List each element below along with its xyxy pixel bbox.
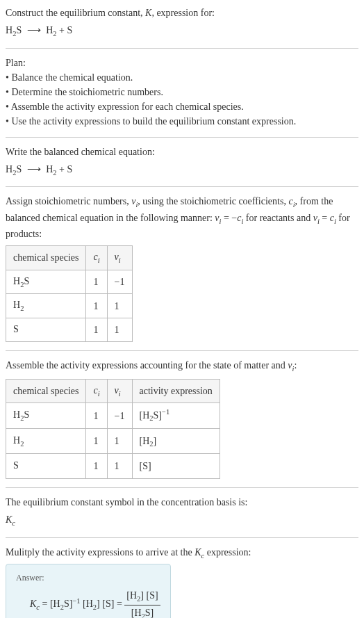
- activity-intro: Assemble the activity expressions accoun…: [6, 358, 358, 375]
- table-header-row: chemical species ci νi: [6, 246, 133, 270]
- cell-nu: 1: [107, 428, 132, 453]
- header-nu: νi: [107, 246, 132, 270]
- header-species: chemical species: [6, 246, 86, 270]
- plus: +: [57, 164, 67, 174]
- stoich-section: Assign stoichiometric numbers, νi, using…: [6, 194, 358, 342]
- cell-c: 1: [86, 403, 107, 428]
- answer-equation: Kc = [H2S]−1 [H2] [S] = [H2] [S][H2S]: [16, 588, 160, 618]
- product2: S: [67, 25, 72, 35]
- cell-species: H2S: [6, 403, 86, 428]
- cell-c: 1: [86, 453, 107, 478]
- multiply-section: Mulitply the activity expressions to arr…: [6, 545, 358, 618]
- table-row: H2 1 1: [6, 294, 133, 318]
- cell-species: H2: [6, 294, 86, 318]
- table-header-row: chemical species ci νi activity expressi…: [6, 379, 220, 403]
- header-nu: νi: [107, 379, 132, 403]
- balanced-equation: H2S ⟶ H2 + S: [6, 162, 358, 179]
- answer-box: Answer: Kc = [H2S]−1 [H2] [S] = [H2] [S]…: [6, 564, 171, 618]
- header-species: chemical species: [6, 379, 86, 403]
- cell-nu: −1: [107, 403, 132, 428]
- eq-symbol: Kc: [6, 512, 358, 529]
- header-activity: activity expression: [132, 379, 220, 403]
- eq-symbol-section: The equilibrium constant symbol in the c…: [6, 495, 358, 529]
- multiply-intro: Mulitply the activity expressions to arr…: [6, 545, 358, 562]
- plan-item: Balance the chemical equation.: [6, 70, 358, 85]
- reaction-equation: H2S ⟶ H2 + S: [6, 23, 358, 40]
- plan-list: Balance the chemical equation. Determine…: [6, 70, 358, 129]
- answer-label: Answer:: [16, 571, 160, 584]
- product2: S: [67, 164, 72, 174]
- product1: H2: [46, 25, 56, 35]
- divider: [6, 350, 358, 351]
- reactant: H2S: [6, 164, 22, 174]
- title-prefix: Construct the equilibrium constant,: [6, 8, 145, 18]
- table-row: S 1 1 [S]: [6, 453, 220, 478]
- divider: [6, 537, 358, 538]
- cell-nu: 1: [107, 318, 132, 342]
- numerator: [H2] [S]: [124, 588, 160, 605]
- eq-symbol-intro: The equilibrium constant symbol in the c…: [6, 495, 358, 510]
- cell-species: S: [6, 318, 86, 342]
- denominator: [H2S]: [124, 605, 160, 618]
- reactant: H2S: [6, 25, 22, 35]
- plan-item: Determine the stoichiometric numbers.: [6, 85, 358, 99]
- plan-section: Plan: Balance the chemical equation. Det…: [6, 56, 358, 129]
- title-suffix: , expression for:: [151, 8, 215, 18]
- divider: [6, 186, 358, 187]
- cell-nu: −1: [107, 270, 132, 294]
- table-row: H2S 1 −1: [6, 270, 133, 294]
- cell-activity: [S]: [132, 453, 220, 478]
- activity-table: chemical species ci νi activity expressi…: [6, 379, 220, 479]
- arrow-icon: ⟶: [27, 162, 41, 177]
- divider: [6, 487, 358, 488]
- arrow-icon: ⟶: [27, 23, 41, 38]
- cell-c: 1: [86, 270, 107, 294]
- header-c: ci: [86, 246, 107, 270]
- plan-item: Assemble the activity expression for eac…: [6, 99, 358, 114]
- fraction: [H2] [S][H2S]: [124, 588, 160, 618]
- balanced-section: Write the balanced chemical equation: H2…: [6, 145, 358, 179]
- stoich-table: chemical species ci νi H2S 1 −1 H2 1 1 S…: [6, 245, 133, 342]
- balanced-intro: Write the balanced chemical equation:: [6, 145, 358, 159]
- cell-nu: 1: [107, 453, 132, 478]
- table-row: H2 1 1 [H2]: [6, 428, 220, 453]
- header-section: Construct the equilibrium constant, K, e…: [6, 6, 358, 40]
- plan-heading: Plan:: [6, 56, 358, 70]
- cell-c: 1: [86, 428, 107, 453]
- cell-c: 1: [86, 294, 107, 318]
- plan-item: Use the activity expressions to build th…: [6, 114, 358, 129]
- cell-c: 1: [86, 318, 107, 342]
- title-k: K: [145, 8, 151, 18]
- plus: +: [57, 25, 67, 35]
- stoich-intro: Assign stoichiometric numbers, νi, using…: [6, 194, 358, 241]
- activity-section: Assemble the activity expressions accoun…: [6, 358, 358, 479]
- cell-species: H2S: [6, 270, 86, 294]
- cell-species: S: [6, 453, 86, 478]
- header-c: ci: [86, 379, 107, 403]
- divider: [6, 137, 358, 138]
- cell-activity: [H2S]−1: [132, 403, 220, 428]
- table-row: H2S 1 −1 [H2S]−1: [6, 403, 220, 428]
- cell-nu: 1: [107, 294, 132, 318]
- table-row: S 1 1: [6, 318, 133, 342]
- title-line: Construct the equilibrium constant, K, e…: [6, 6, 358, 20]
- divider: [6, 48, 358, 49]
- product1: H2: [46, 164, 56, 174]
- cell-species: H2: [6, 428, 86, 453]
- cell-activity: [H2]: [132, 428, 220, 453]
